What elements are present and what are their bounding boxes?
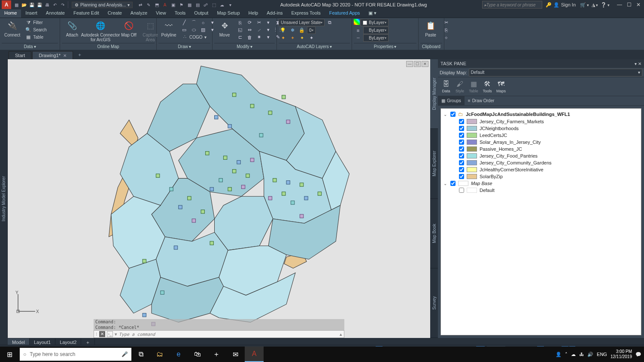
layer-checkbox[interactable] [459, 126, 464, 131]
language-indicator[interactable]: ENG [597, 352, 607, 357]
layer-default[interactable]: Default [443, 187, 639, 194]
new-icon[interactable]: ▦ [13, 1, 20, 8]
tp-data-button[interactable]: 🗄Data [440, 79, 453, 94]
qat-tool[interactable]: ⚑ [178, 1, 185, 8]
mail-icon[interactable]: ✉ [226, 347, 245, 362]
rect-icon[interactable]: ▭ [180, 26, 188, 33]
clock[interactable]: 3:00 PM 12/11/2019 [611, 349, 632, 359]
tab-extra[interactable]: ▣ ▾ [364, 9, 381, 18]
layer-checkbox[interactable] [459, 146, 464, 152]
matchprop-icon[interactable]: ⟐ [442, 33, 450, 41]
copy-icon[interactable]: ⎘ [442, 26, 450, 33]
layer-bulb-icon[interactable]: 💡 [279, 27, 287, 34]
autocad-taskbar-icon[interactable]: A [245, 347, 264, 362]
layer-item[interactable]: Jersey_City_Food_Pantries [443, 152, 639, 159]
paste-button[interactable]: 📋Paste [420, 19, 441, 38]
help-search[interactable]: ▸ Type a keyword or phrase [482, 1, 542, 9]
layer-checkbox[interactable] [459, 167, 464, 172]
vtab-survey[interactable]: Survey [430, 268, 438, 338]
collapse-icon[interactable]: ⌄ [443, 112, 448, 117]
vtab-display-manager[interactable]: Display Manager [430, 59, 438, 129]
mapoff-button[interactable]: 🚫Map Off [118, 19, 139, 38]
layer-item[interactable]: JcHealthyCornerStoreInitiative [443, 166, 639, 173]
explode-icon[interactable]: ✷ [255, 33, 263, 41]
mode-draworder[interactable]: ≡Draw Order [465, 96, 498, 105]
layerprops-icon[interactable]: ✦ [279, 34, 287, 42]
open-icon[interactable]: 📂 [21, 1, 27, 8]
workspace-selector[interactable]: ⚙ Planning and Analysis... ▾ [72, 2, 133, 8]
layerstate-combo[interactable]: Unsaved Layer State▾ [279, 19, 325, 26]
mode-groups[interactable]: ▦Groups [438, 96, 465, 105]
store-icon[interactable]: 🛍 [188, 347, 207, 362]
layer-checkbox[interactable] [450, 112, 456, 117]
command-input[interactable] [119, 332, 338, 337]
table-button[interactable]: ▦Table [24, 33, 49, 41]
tab-view[interactable]: View [152, 9, 170, 18]
map-viewport[interactable] [8, 59, 430, 338]
tp-table-button[interactable]: ▦Table [467, 79, 480, 94]
qat-tool[interactable]: ▣ [170, 1, 176, 8]
left-palette-rail[interactable]: Industry Model Explorer [0, 59, 8, 338]
chevron-down-icon[interactable]: ▾ [330, 44, 332, 49]
tab-help[interactable]: Help [244, 9, 263, 18]
explorer-icon[interactable]: 🗂 [150, 347, 169, 362]
cut-icon[interactable]: ✂ [442, 19, 450, 26]
qat-tool[interactable]: ✎ [145, 1, 152, 8]
start-button[interactable]: ⊞ [0, 347, 19, 362]
help-icon[interactable]: ❔▾ [601, 2, 610, 8]
layer-checkbox[interactable] [459, 153, 464, 158]
layer-mapbase[interactable]: ⌄ Map Base [443, 180, 639, 187]
layer-item[interactable]: Solar_Arrays_In_Jersey_City [443, 139, 639, 146]
saveas-icon[interactable]: 💾 [36, 1, 43, 8]
close-button[interactable]: ✕ [635, 2, 642, 8]
qat-tool[interactable]: ☁ [219, 1, 225, 8]
add-tab-button[interactable]: ＋ [74, 50, 85, 59]
layer-freeze-icon[interactable]: ❄ [288, 27, 297, 34]
layer-item[interactable]: Jersey_City_Farmers_Markets [443, 118, 639, 125]
layer-combo[interactable]: 0▾ [307, 27, 316, 34]
tp-tools-button[interactable]: 🛠Tools [481, 79, 494, 94]
filter-button[interactable]: ⧩Filter [24, 19, 49, 26]
layer-item[interactable]: SolarByZip [443, 173, 639, 180]
copy-icon[interactable]: ⎘ [236, 19, 244, 26]
viewport-close-icon[interactable]: ✕ [422, 61, 428, 67]
color-icon[interactable] [354, 19, 360, 25]
volume-icon[interactable]: 🔊 [587, 352, 593, 357]
linetype-icon[interactable]: ┈ [354, 34, 362, 42]
layer-item[interactable]: JCNeightborhoods [443, 125, 639, 132]
layerstate-icon[interactable]: ⧉ [325, 19, 334, 26]
color-combo[interactable]: ByLayer▾ [361, 19, 389, 26]
layer-checkbox[interactable] [459, 174, 464, 179]
lineweight-icon[interactable]: ≡ [354, 27, 362, 34]
tab-insert[interactable]: Insert [21, 9, 42, 18]
layer-checkbox[interactable] [459, 140, 464, 145]
erase-icon[interactable]: 🗑 [245, 33, 254, 41]
undo-icon[interactable]: ↶ [52, 1, 58, 8]
ellipse-icon[interactable]: ⬭ [189, 26, 198, 33]
tab-expresstools[interactable]: Express Tools [287, 9, 325, 18]
network-icon[interactable]: 🖧 [579, 352, 584, 357]
circle-icon[interactable]: ○ [199, 19, 207, 26]
tab-featuredapps[interactable]: Featured Apps [325, 9, 365, 18]
qat-tool[interactable]: ⬒ [153, 1, 160, 8]
layer-item[interactable]: LeedCertsJC [443, 132, 639, 139]
stretch-icon[interactable]: ⇔ [245, 26, 254, 33]
qat-tool[interactable]: ▤ [194, 1, 201, 8]
tp-maps-button[interactable]: 🗺Maps [495, 79, 507, 94]
tab-create[interactable]: Create [103, 9, 126, 18]
add-icon[interactable]: ＋ [207, 347, 226, 362]
save-icon[interactable]: 💾 [28, 1, 35, 8]
qat-tool[interactable]: ▾ [227, 1, 234, 8]
chevron-down-icon[interactable]: ▾ [189, 44, 191, 49]
tab-home[interactable]: Home [0, 9, 21, 18]
layer-checkbox[interactable] [459, 119, 464, 124]
polyline-button[interactable]: 〰Polyline [158, 19, 179, 38]
close-icon[interactable]: ✕ [63, 53, 67, 58]
notifications-icon[interactable]: 💬 [635, 352, 641, 357]
chevron-down-icon[interactable]: ▾ [250, 44, 252, 49]
tab-annotate[interactable]: Annotate [42, 9, 69, 18]
offset-icon[interactable]: ⊏ [236, 33, 244, 41]
layer-tree[interactable]: ⌄ 🗀 JcFoodMapJcAndSustainableBuildings_W… [440, 108, 641, 335]
scale-icon[interactable]: ◱ [236, 26, 244, 33]
edge-icon[interactable]: e [169, 347, 188, 362]
